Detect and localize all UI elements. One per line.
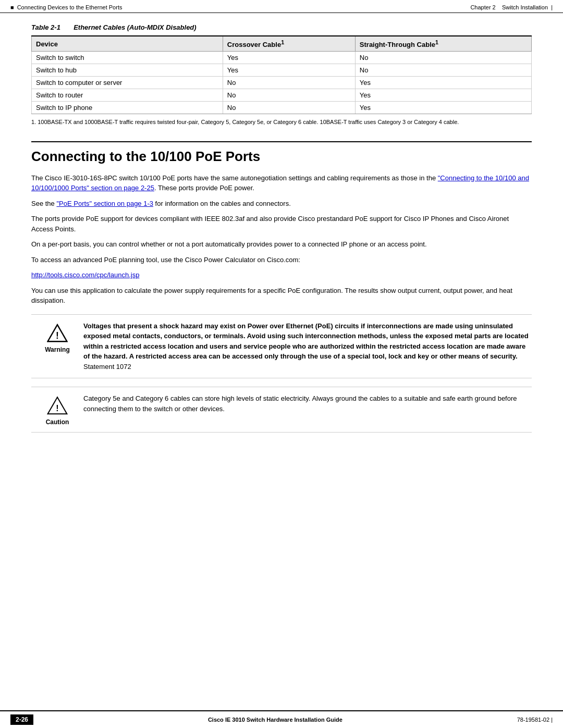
warning-text: Voltages that present a shock hazard may… [83, 321, 532, 372]
table-num: Table 2-1 [31, 23, 60, 31]
svg-text:!: ! [56, 404, 58, 413]
chapter-label: Chapter 2 [470, 4, 495, 10]
page-number: 2-26 [10, 714, 33, 725]
col-straight: Straight-Through Cable1 [355, 36, 531, 52]
table-row: Switch to switchYesNo [32, 52, 532, 64]
svg-text:!: ! [56, 330, 59, 341]
table-row: Switch to hubYesNo [32, 64, 532, 77]
chapter-info: Chapter 2 Switch Installation | [470, 4, 553, 10]
table-cell: Yes [223, 64, 355, 77]
table-cell: Yes [223, 52, 355, 64]
section-title: Connecting to the 10/100 PoE Ports [31, 141, 532, 165]
page-footer: 2-26 Cisco IE 3010 Switch Hardware Insta… [0, 710, 563, 728]
footer-doc-number: 78-19581-02 | [517, 717, 553, 723]
table-cell: Switch to switch [32, 52, 223, 64]
warning-icon-col: ! Warning [31, 321, 83, 353]
chapter-title: Switch Installation [502, 4, 548, 10]
main-content: Table 2-1 Ethernet Cables (Auto-MDIX Dis… [0, 13, 563, 483]
table-cell: No [355, 52, 531, 64]
page-header: ■ Connecting Devices to the Ethernet Por… [0, 0, 563, 13]
warning-label: Warning [45, 346, 70, 353]
link-2[interactable]: "PoE Ports" section on page 1-3 [56, 200, 153, 207]
table-cell: Yes [355, 77, 531, 89]
table-cell: No [223, 102, 355, 114]
table-footnote: 1. 100BASE-TX and 1000BASE-T traffic req… [31, 118, 532, 126]
table-cell: Switch to IP phone [32, 102, 223, 114]
para-link: http://tools.cisco.com/cpc/launch.jsp [31, 270, 532, 280]
warning-statement: Statement 1072 [83, 363, 131, 371]
breadcrumb-text: Connecting Devices to the Ethernet Ports [17, 4, 123, 10]
para-1: The Cisco IE-3010-16S-8PC switch 10/100 … [31, 173, 532, 193]
table-row: Switch to routerNoYes [32, 89, 532, 102]
table-cell: Switch to computer or server [32, 77, 223, 89]
table-cell: No [355, 64, 531, 77]
para-4: On a per-port basis, you can control whe… [31, 239, 532, 250]
table-caption-title: Ethernet Cables (Auto-MDIX Disabled) [74, 23, 196, 31]
table-cell: Yes [355, 102, 531, 114]
table-cell: Switch to router [32, 89, 223, 102]
caution-triangle-icon: ! [47, 396, 68, 416]
para-5: To access an advanced PoE planning tool,… [31, 255, 532, 265]
col-crossover: Crossover Cable1 [223, 36, 355, 52]
table-caption: Table 2-1 Ethernet Cables (Auto-MDIX Dis… [31, 23, 532, 31]
caution-icon-col: ! Caution [31, 393, 83, 426]
table-cell: Yes [355, 89, 531, 102]
ethernet-cables-table: Device Crossover Cable1 Straight-Through… [31, 35, 532, 114]
para-6: You can use this application to calculat… [31, 286, 532, 306]
cisco-url[interactable]: http://tools.cisco.com/cpc/launch.jsp [31, 271, 139, 279]
link-1[interactable]: "Connecting to the 10/100 and 10/100/100… [31, 174, 529, 192]
para-2: See the "PoE Ports" section on page 1-3 … [31, 199, 532, 209]
warning-box: ! Warning Voltages that present a shock … [31, 314, 532, 379]
table-row: Switch to computer or serverNoYes [32, 77, 532, 89]
warning-bold-text: Voltages that present a shock hazard may… [83, 322, 529, 361]
caution-label: Caution [46, 418, 69, 426]
table-cell: No [223, 77, 355, 89]
table-cell: No [223, 89, 355, 102]
caution-text: Category 5e and Category 6 cables can st… [83, 393, 532, 414]
para-3: The ports provide PoE support for device… [31, 214, 532, 234]
col-device: Device [32, 36, 223, 52]
footer-doc-title: Cisco IE 3010 Switch Hardware Installati… [208, 717, 342, 723]
table-row: Switch to IP phoneNoYes [32, 102, 532, 114]
caution-box: ! Caution Category 5e and Category 6 cab… [31, 387, 532, 433]
warning-triangle-icon: ! [47, 323, 68, 344]
bullet-icon: ■ [10, 4, 14, 10]
table-cell: Switch to hub [32, 64, 223, 77]
breadcrumb-section: ■ Connecting Devices to the Ethernet Por… [10, 4, 122, 10]
